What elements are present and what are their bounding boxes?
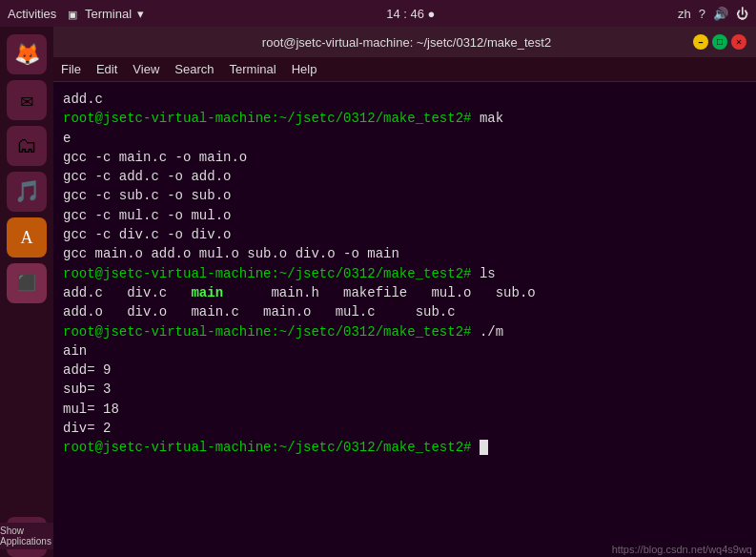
terminal-line-13: root@jsetc-virtual-machine:~/jsetc/0312/… xyxy=(63,322,746,341)
maximize-button[interactable]: □ xyxy=(712,34,727,50)
menu-view[interactable]: View xyxy=(133,62,159,76)
watermark: https://blog.csdn.net/wq4s9wq xyxy=(612,544,752,555)
terminal-line-19: root@jsetc-virtual-machine:~/jsetc/0312/… xyxy=(63,438,746,457)
terminal-cursor xyxy=(480,440,488,455)
terminal-line-2: root@jsetc-virtual-machine:~/jsetc/0312/… xyxy=(63,109,746,128)
terminal-line-17: mul= 18 xyxy=(63,400,746,419)
terminal-line-9: gcc main.o add.o mul.o sub.o div.o -o ma… xyxy=(63,244,746,263)
sidebar-icon-files[interactable]: 🗂 xyxy=(7,126,47,166)
terminal-indicator: ▣ Terminal ▾ xyxy=(68,7,143,21)
terminal-line-8: gcc -c div.c -o div.o xyxy=(63,225,746,244)
menu-search[interactable]: Search xyxy=(174,62,214,76)
sidebar-icon-mail[interactable]: ✉ xyxy=(7,80,47,120)
terminal-line-4: gcc -c main.c -o main.o xyxy=(63,148,746,167)
terminal-content[interactable]: add.c root@jsetc-virtual-machine:~/jsetc… xyxy=(53,82,756,557)
terminal-line-6: gcc -c sub.c -o sub.o xyxy=(63,186,746,205)
sidebar-icon-firefox[interactable]: 🦊 xyxy=(7,34,47,74)
terminal-window: root@jsetc-virtual-machine: ~/jsetc/0312… xyxy=(53,27,756,557)
terminal-line-1: add.c xyxy=(63,90,746,109)
menu-terminal[interactable]: Terminal xyxy=(230,62,276,76)
sidebar-icon-terminal[interactable]: ⬛ xyxy=(7,263,47,303)
activities-button[interactable]: Activities xyxy=(8,7,56,21)
sidebar-icon-fonts[interactable]: A xyxy=(7,217,47,258)
terminal-line-5: gcc -c add.c -o add.o xyxy=(63,167,746,186)
language-indicator: zh xyxy=(678,7,691,21)
terminal-line-3: e xyxy=(63,129,746,148)
power-icon[interactable]: ⏻ xyxy=(736,7,748,21)
terminal-titlebar: root@jsetc-virtual-machine: ~/jsetc/0312… xyxy=(53,27,756,57)
terminal-line-18: div= 2 xyxy=(63,419,746,438)
window-controls: – □ ✕ xyxy=(693,34,746,50)
terminal-line-12: add.o div.o main.c main.o mul.c sub.c xyxy=(63,302,746,321)
system-bar: Activities ▣ Terminal ▾ 14 : 46 ● zh ? 🔊… xyxy=(0,0,756,27)
terminal-line-11: add.c div.c main main.h makefile mul.o s… xyxy=(63,283,746,302)
menu-file[interactable]: File xyxy=(61,62,81,76)
clock: 14 : 46 ● xyxy=(386,7,435,21)
terminal-line-14: ain xyxy=(63,341,746,361)
help-icon: ? xyxy=(699,7,705,21)
system-bar-center: 14 : 46 ● xyxy=(144,7,678,21)
minimize-button[interactable]: – xyxy=(693,34,708,50)
menu-edit[interactable]: Edit xyxy=(96,62,117,76)
window-title: root@jsetc-virtual-machine: ~/jsetc/0312… xyxy=(120,35,693,50)
terminal-line-15: add= 9 xyxy=(63,361,746,380)
system-bar-left: Activities ▣ Terminal ▾ xyxy=(8,7,144,21)
sidebar-icon-music[interactable]: 🎵 xyxy=(7,172,47,212)
menu-bar: File Edit View Search Terminal Help xyxy=(53,57,756,82)
show-applications-button[interactable]: Show Applications xyxy=(0,523,53,549)
terminal-line-7: gcc -c mul.c -o mul.o xyxy=(63,206,746,225)
terminal-line-16: sub= 3 xyxy=(63,380,746,399)
system-bar-right: zh ? 🔊 ⏻ xyxy=(678,7,748,21)
sidebar: 🦊 ✉ 🗂 🎵 A ⬛ ❓ Show Applications xyxy=(0,27,53,557)
volume-icon[interactable]: 🔊 xyxy=(713,7,728,21)
terminal-line-10: root@jsetc-virtual-machine:~/jsetc/0312/… xyxy=(63,264,746,283)
close-button[interactable]: ✕ xyxy=(731,34,746,50)
menu-help[interactable]: Help xyxy=(292,62,317,76)
